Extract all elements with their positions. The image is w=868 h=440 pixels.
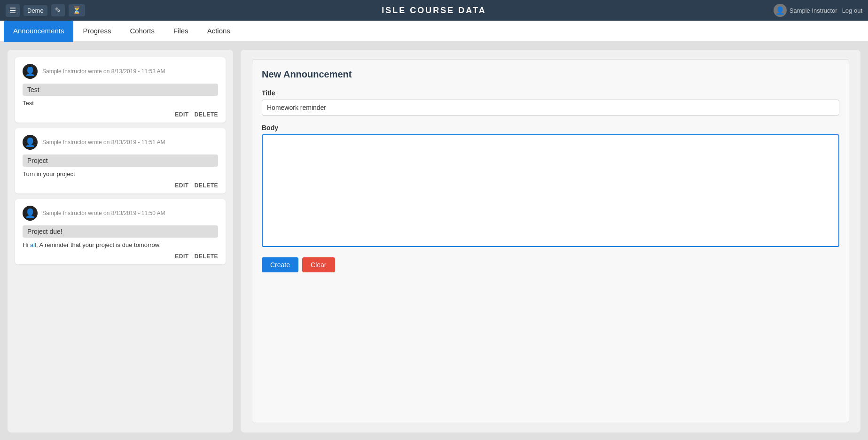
card-3-body: Hi all, A reminder that your project is … xyxy=(23,241,218,248)
card-3-header: 👤 Sample Instructor wrote on 8/13/2019 -… xyxy=(23,206,218,221)
card-3-title: Project due! xyxy=(23,225,218,238)
tab-files[interactable]: Files xyxy=(164,21,198,42)
form-buttons: Create Clear xyxy=(262,257,839,272)
topbar-left: ☰ Demo ✎ ⏳ xyxy=(6,4,85,17)
card-2-header: 👤 Sample Instructor wrote on 8/13/2019 -… xyxy=(23,135,218,150)
card-1-edit-button[interactable]: EDIT xyxy=(175,111,188,118)
topbar-right: 👤 Sample Instructor Log out xyxy=(774,4,862,17)
tab-progress[interactable]: Progress xyxy=(73,21,120,42)
card-1-body: Test xyxy=(23,100,218,107)
card-2-title: Project xyxy=(23,154,218,167)
topbar: ☰ Demo ✎ ⏳ ISLE COURSE DATA 👤 Sample Ins… xyxy=(0,0,868,21)
body-group: Body xyxy=(262,124,839,249)
card-1-delete-button[interactable]: DELETE xyxy=(195,111,218,118)
clock-button[interactable]: ⏳ xyxy=(69,4,85,16)
logout-button[interactable]: Log out xyxy=(842,7,862,14)
avatar-1: 👤 xyxy=(23,64,38,79)
panel-title: New Announcement xyxy=(262,69,839,80)
card-2-delete-button[interactable]: DELETE xyxy=(195,182,218,189)
card-2-meta: Sample Instructor wrote on 8/13/2019 - 1… xyxy=(42,139,165,146)
body-label: Body xyxy=(262,124,839,131)
card-1-actions: EDIT DELETE xyxy=(23,111,218,118)
card-1-meta: Sample Instructor wrote on 8/13/2019 - 1… xyxy=(42,68,165,75)
avatar-3: 👤 xyxy=(23,206,38,221)
card-1-header: 👤 Sample Instructor wrote on 8/13/2019 -… xyxy=(23,64,218,79)
create-button[interactable]: Create xyxy=(262,257,298,272)
card-3-actions: EDIT DELETE xyxy=(23,253,218,260)
hamburger-button[interactable]: ☰ xyxy=(6,4,20,17)
card-3-edit-button[interactable]: EDIT xyxy=(175,253,188,260)
demo-label: Demo xyxy=(27,7,44,14)
card-1-title: Test xyxy=(23,84,218,96)
announcements-list: 👤 Sample Instructor wrote on 8/13/2019 -… xyxy=(8,50,233,432)
tabbar: Announcements Progress Cohorts Files Act… xyxy=(0,21,868,42)
hamburger-icon: ☰ xyxy=(9,6,16,15)
body-textarea[interactable] xyxy=(262,134,839,247)
avatar-2: 👤 xyxy=(23,135,38,150)
card-3-delete-button[interactable]: DELETE xyxy=(195,253,218,260)
main-content: 👤 Sample Instructor wrote on 8/13/2019 -… xyxy=(0,42,868,440)
title-label: Title xyxy=(262,89,839,97)
app-title: ISLE COURSE DATA xyxy=(382,6,486,15)
announcement-card-2: 👤 Sample Instructor wrote on 8/13/2019 -… xyxy=(15,128,226,193)
clear-button[interactable]: Clear xyxy=(302,257,335,272)
tab-actions[interactable]: Actions xyxy=(198,21,240,42)
demo-button[interactable]: Demo xyxy=(23,5,47,16)
user-info: 👤 Sample Instructor xyxy=(774,4,837,17)
user-name: Sample Instructor xyxy=(790,7,837,14)
card-2-body: Turn in your project xyxy=(23,170,218,178)
card-2-actions: EDIT DELETE xyxy=(23,182,218,189)
announcement-card-1: 👤 Sample Instructor wrote on 8/13/2019 -… xyxy=(15,57,226,123)
tab-announcements[interactable]: Announcements xyxy=(4,21,73,42)
new-announcement-box: New Announcement Title Body Create Clear xyxy=(252,59,849,423)
announcement-card-3: 👤 Sample Instructor wrote on 8/13/2019 -… xyxy=(15,199,226,264)
new-announcement-panel: New Announcement Title Body Create Clear xyxy=(241,50,860,432)
tab-cohorts[interactable]: Cohorts xyxy=(120,21,164,42)
title-group: Title xyxy=(262,89,839,116)
card-2-edit-button[interactable]: EDIT xyxy=(175,182,188,189)
avatar: 👤 xyxy=(774,4,787,17)
card-3-meta: Sample Instructor wrote on 8/13/2019 - 1… xyxy=(42,210,165,216)
edit-button[interactable]: ✎ xyxy=(51,4,65,16)
title-input[interactable] xyxy=(262,100,839,116)
